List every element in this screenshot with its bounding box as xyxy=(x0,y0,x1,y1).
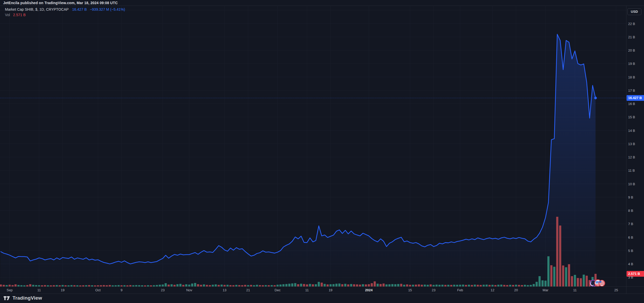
price-tick-label: 12 B xyxy=(628,155,635,159)
time-tick-label: Feb xyxy=(457,288,463,292)
price-tick-label: 21 B xyxy=(628,35,635,39)
price-tick-label: 9 B xyxy=(628,195,633,199)
currency-toggle-button[interactable]: USD xyxy=(627,8,641,15)
volume-bar xyxy=(53,285,55,287)
volume-bar xyxy=(47,285,49,287)
volume-bar xyxy=(553,267,555,287)
volume-bar xyxy=(500,285,502,287)
volume-bar xyxy=(97,285,99,287)
volume-bar xyxy=(15,284,17,287)
volume-bar xyxy=(0,285,2,287)
volume-bar xyxy=(359,285,361,287)
volume-bar xyxy=(82,285,84,287)
legend-volume-row[interactable]: Vol 2.571 B xyxy=(5,12,125,18)
volume-bar xyxy=(556,217,558,287)
volume-bar xyxy=(26,285,28,287)
price-tick-label: 22 B xyxy=(628,22,635,26)
volume-bar xyxy=(112,285,114,287)
time-tick-label: 25 xyxy=(614,288,618,292)
volume-bar xyxy=(397,284,399,287)
chart-legend[interactable]: Market Cap SHIB, $, 1D, CRYPTOCAP 16.427… xyxy=(5,7,125,18)
idea-emoji-icons xyxy=(590,280,605,287)
volume-bar xyxy=(574,275,576,287)
volume-bar xyxy=(344,284,346,287)
volume-bar xyxy=(191,283,193,287)
volume-bar xyxy=(474,285,476,287)
volume-bar xyxy=(271,285,273,287)
price-tick-label: 17 B xyxy=(628,88,635,92)
volume-bar xyxy=(506,285,508,287)
volume-bar xyxy=(488,285,490,287)
volume-bar xyxy=(453,285,455,287)
time-tick-label: 2024 xyxy=(365,288,373,292)
volume-bar xyxy=(486,285,488,287)
volume-bar xyxy=(583,275,585,287)
volume-bar xyxy=(256,285,258,287)
volume-bar xyxy=(244,285,246,287)
volume-bar xyxy=(41,285,43,287)
volume-value: 2.571 B xyxy=(13,13,25,17)
price-tick-label: 16 B xyxy=(628,102,635,106)
volume-bar xyxy=(218,285,220,287)
volume-bar xyxy=(559,226,561,287)
volume-bar xyxy=(182,285,184,287)
symbol-description[interactable]: Market Cap SHIB, $, 1D, CRYPTOCAP xyxy=(5,7,68,11)
tradingview-branding[interactable]: TradingView xyxy=(3,295,42,301)
volume-bar xyxy=(170,284,173,287)
volume-indicator-label[interactable]: Vol xyxy=(5,13,10,17)
tradingview-logo-text: TradingView xyxy=(12,295,42,301)
volume-bar xyxy=(403,285,405,287)
volume-bar xyxy=(132,285,134,287)
volume-bar xyxy=(67,285,69,287)
volume-bar xyxy=(159,285,161,287)
volume-bar xyxy=(103,285,105,287)
chart-canvas[interactable] xyxy=(0,0,644,303)
volume-bar xyxy=(391,284,393,287)
volume-bar xyxy=(138,285,140,287)
price-tick-label: 18 B xyxy=(628,75,635,79)
time-tick-label: 15 xyxy=(408,288,412,292)
volume-bar xyxy=(226,285,228,287)
volume-bar xyxy=(541,280,544,287)
volume-bar xyxy=(59,285,61,287)
volume-bar xyxy=(465,285,467,287)
time-tick-label: Nov xyxy=(186,288,192,292)
volume-bar xyxy=(44,285,46,287)
volume-bar xyxy=(23,285,25,287)
volume-bar xyxy=(29,284,31,287)
volume-bar xyxy=(347,285,349,287)
volume-bar xyxy=(135,285,137,287)
tradingview-logo-icon xyxy=(3,296,10,301)
volume-bar xyxy=(356,285,358,287)
volume-bar xyxy=(418,285,420,287)
volume-bar xyxy=(71,285,73,287)
time-tick-label: 11 xyxy=(573,288,577,292)
time-tick-label: 19 xyxy=(329,288,332,292)
volume-bar xyxy=(88,285,90,287)
volume-bar xyxy=(209,285,211,287)
volume-bar xyxy=(150,285,152,287)
volume-bar xyxy=(20,285,22,287)
time-tick-label: Dec xyxy=(275,288,280,292)
volume-bar xyxy=(518,285,520,287)
last-price-dot xyxy=(594,97,597,99)
volume-bar xyxy=(577,278,579,287)
legend-main-row[interactable]: Market Cap SHIB, $, 1D, CRYPTOCAP 16.427… xyxy=(5,7,125,12)
volume-bar xyxy=(282,284,284,287)
volume-bar xyxy=(388,284,391,287)
volume-bar xyxy=(382,283,385,287)
volume-bar xyxy=(385,285,387,287)
volume-bar xyxy=(291,283,293,287)
price-tick-label: 13 B xyxy=(628,142,635,146)
volume-bar xyxy=(273,285,276,287)
volume-bar xyxy=(535,282,538,287)
volume-bar xyxy=(100,285,102,287)
volume-bar xyxy=(309,284,311,287)
volume-bar xyxy=(17,285,20,287)
time-tick-label: 23 xyxy=(161,288,164,292)
tradingview-published-chart: JetEncila published on TradingView.com, … xyxy=(0,0,644,303)
volume-bar xyxy=(268,285,270,287)
volume-bar xyxy=(32,285,34,287)
time-tick-label: 21 xyxy=(246,288,250,292)
volume-bar xyxy=(265,285,267,287)
